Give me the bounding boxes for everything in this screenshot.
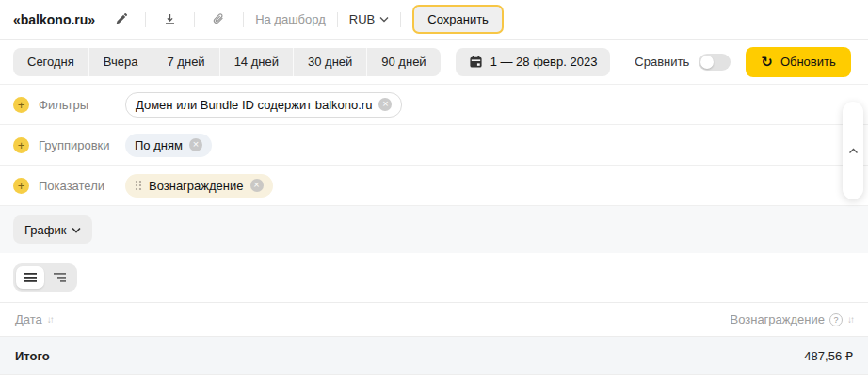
metrics-row: + Показатели Вознаграждение × — [0, 166, 868, 206]
report-page: «balkono.ru» На дашборд RUB Сохранить Се… — [0, 0, 868, 382]
list-view-button[interactable] — [16, 266, 44, 289]
divider — [337, 12, 338, 27]
share-link-button[interactable] — [206, 8, 232, 30]
currency-value: RUB — [349, 12, 375, 26]
add-grouping-button[interactable]: + — [13, 137, 29, 153]
sort-icon[interactable]: ↓↑ — [847, 314, 853, 325]
plus-icon: + — [18, 98, 25, 112]
sort-icon[interactable]: ↓↑ — [47, 314, 53, 325]
table-header: Дата ↓↑ Вознаграждение ? ↓↑ — [0, 302, 868, 337]
filter-chip[interactable]: Домен или Bundle ID содержит balkono.ru … — [125, 92, 402, 118]
tree-view-button[interactable] — [46, 266, 74, 289]
date-column-header[interactable]: Дата ↓↑ — [15, 312, 53, 326]
filters-label: Фильтры — [39, 98, 125, 112]
refresh-button[interactable]: ↻ Обновить — [746, 47, 850, 77]
download-icon — [163, 12, 177, 26]
remove-grouping-icon[interactable]: × — [189, 138, 202, 151]
topbar: «balkono.ru» На дашборд RUB Сохранить — [0, 0, 868, 40]
divider — [243, 12, 244, 27]
plus-icon: + — [18, 179, 25, 193]
save-button[interactable]: Сохранить — [412, 5, 504, 34]
divider — [194, 12, 195, 27]
pencil-icon — [114, 12, 128, 26]
total-value: 487,56 ₽ — [804, 349, 853, 363]
chevron-down-icon — [379, 16, 389, 23]
divider — [145, 12, 146, 27]
scroll-to-top-button[interactable] — [843, 102, 863, 199]
date-toolbar: Сегодня Вчера 7 дней 14 дней 30 дней 90 … — [0, 40, 868, 85]
total-row: Итого 487,56 ₽ — [0, 337, 868, 375]
drag-handle-icon[interactable] — [135, 180, 142, 191]
filters-row: + Фильтры Домен или Bundle ID содержит b… — [0, 85, 868, 125]
view-mode-switch — [13, 263, 77, 292]
add-metric-button[interactable]: + — [13, 178, 29, 194]
divider — [400, 12, 401, 27]
metrics-label: Показатели — [39, 179, 125, 193]
table-view-row — [0, 253, 868, 302]
list-view-icon — [24, 272, 37, 283]
paperclip-icon — [212, 12, 226, 26]
download-button[interactable] — [157, 8, 183, 30]
chevron-up-icon — [848, 148, 859, 154]
calendar-icon — [469, 55, 483, 69]
range-7d-button[interactable]: 7 дней — [153, 48, 219, 76]
compare-toggle[interactable] — [699, 54, 731, 71]
groupings-label: Группировки — [39, 138, 125, 152]
remove-metric-icon[interactable]: × — [250, 179, 264, 192]
help-icon[interactable]: ? — [829, 313, 843, 326]
refresh-label: Обновить — [780, 55, 836, 69]
groupings-row: + Группировки По дням × — [0, 125, 868, 166]
chart-type-label: График — [24, 223, 66, 237]
grouping-chip-label: По дням — [135, 138, 183, 152]
tree-view-icon — [54, 272, 67, 283]
range-90d-button[interactable]: 90 дней — [366, 48, 440, 76]
edit-title-button[interactable] — [108, 8, 134, 30]
to-dashboard-link[interactable]: На дашборд — [255, 12, 326, 26]
chevron-down-icon — [72, 227, 81, 233]
visualization-band: График — [0, 206, 868, 253]
range-30d-button[interactable]: 30 дней — [293, 48, 366, 76]
metric-column-label: Вознаграждение — [730, 312, 825, 326]
range-today-button[interactable]: Сегодня — [13, 48, 88, 76]
add-filter-button[interactable]: + — [13, 97, 29, 113]
date-picker-button[interactable]: 1 — 28 февр. 2023 — [456, 48, 611, 76]
metric-chip-label: Вознаграждение — [149, 179, 244, 193]
range-14d-button[interactable]: 14 дней — [219, 48, 293, 76]
date-column-label: Дата — [15, 312, 42, 326]
toggle-knob — [700, 56, 714, 69]
currency-dropdown[interactable]: RUB — [349, 12, 389, 26]
refresh-icon: ↻ — [761, 55, 773, 69]
metric-column-header[interactable]: Вознаграждение ? ↓↑ — [730, 312, 853, 326]
total-label: Итого — [15, 349, 50, 363]
compare-label: Сравнить — [635, 55, 689, 69]
date-range-value: 1 — 28 февр. 2023 — [490, 55, 598, 69]
plus-icon: + — [18, 138, 25, 152]
remove-filter-icon[interactable]: × — [378, 98, 392, 111]
range-yesterday-button[interactable]: Вчера — [88, 48, 153, 76]
close-glyph: × — [253, 179, 259, 190]
close-glyph: × — [193, 138, 199, 150]
metric-chip[interactable]: Вознаграждение × — [125, 174, 273, 198]
grouping-chip[interactable]: По дням × — [125, 134, 212, 157]
report-title: «balkono.ru» — [13, 12, 95, 27]
date-range-presets: Сегодня Вчера 7 дней 14 дней 30 дней 90 … — [13, 48, 441, 76]
close-glyph: × — [382, 98, 388, 109]
chart-type-dropdown[interactable]: График — [13, 215, 92, 244]
filter-chip-label: Домен или Bundle ID содержит balkono.ru — [136, 98, 372, 112]
